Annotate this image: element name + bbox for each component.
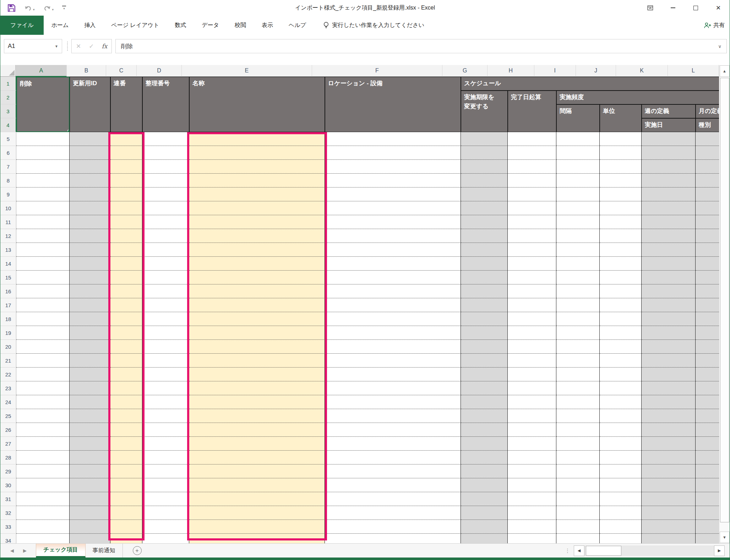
row-header-2[interactable]: 2 [0,91,16,104]
cell-G17[interactable] [461,298,508,312]
cell-A26[interactable] [16,423,70,437]
cell-J21[interactable] [600,354,642,368]
cell-K15[interactable] [642,271,696,284]
cell-D33[interactable] [142,520,189,534]
cell-I24[interactable] [556,395,600,409]
ribbon-tab-4[interactable]: 数式 [172,16,189,35]
cell-I14[interactable] [556,257,600,271]
cell-E17[interactable] [189,298,325,312]
cell-I9[interactable] [556,187,600,201]
cell-B21[interactable] [70,354,110,368]
customize-quick-access-button[interactable]: ▾ [62,6,66,10]
cell-C8[interactable] [110,174,142,187]
cell-I6[interactable] [556,146,600,160]
column-header-B[interactable]: B [67,65,106,77]
cell-H19[interactable] [508,326,556,340]
cell-I15[interactable] [556,271,600,284]
cell-J10[interactable] [600,201,642,215]
cell-G11[interactable] [461,215,508,229]
cell-J30[interactable] [600,478,642,492]
cell-D21[interactable] [142,354,189,368]
cell-J17[interactable] [600,298,642,312]
cell-I23[interactable] [556,381,600,395]
cell-C22[interactable] [110,368,142,381]
redo-dropdown-icon[interactable]: ▾ [52,8,54,11]
cell-A11[interactable] [16,215,70,229]
cell-G6[interactable] [461,146,508,160]
expand-formula-bar-icon[interactable]: ∨ [718,44,721,49]
cell-B24[interactable] [70,395,110,409]
cell-K34[interactable] [642,534,696,543]
cell-F26[interactable] [325,423,461,437]
column-header-G[interactable]: G [442,65,487,77]
next-sheet-icon[interactable]: ▶ [23,548,27,553]
cell-K24[interactable] [642,395,696,409]
cell-J23[interactable] [600,381,642,395]
cell-G5[interactable] [461,132,508,146]
cancel-entry-button[interactable]: ✕ [76,43,81,50]
cell-H32[interactable] [508,506,556,520]
cell-F23[interactable] [325,381,461,395]
row-header-17[interactable]: 17 [0,298,16,312]
tab-scrollbar-splitter[interactable]: ⋮ [565,544,570,558]
column-header-F[interactable]: F [312,65,443,77]
cell-K20[interactable] [642,340,696,354]
header-cell-E1[interactable]: 名称 [189,77,325,132]
header-cell-J3[interactable]: 単位 [600,104,642,132]
cell-C33[interactable] [110,520,142,534]
header-cell-G1[interactable]: スケジュール [461,77,719,91]
cell-D23[interactable] [142,381,189,395]
header-cell-G2[interactable]: 実施期限を 変更する [461,91,508,132]
insert-function-button[interactable]: fx [102,43,108,50]
horizontal-scroll-track[interactable] [584,545,714,556]
cell-J22[interactable] [600,368,642,381]
confirm-entry-button[interactable]: ✓ [89,43,94,50]
cell-J8[interactable] [600,174,642,187]
cell-D19[interactable] [142,326,189,340]
cell-G12[interactable] [461,229,508,243]
cell-K26[interactable] [642,423,696,437]
cell-B15[interactable] [70,271,110,284]
cell-K28[interactable] [642,451,696,464]
cell-D27[interactable] [142,437,189,451]
cell-J27[interactable] [600,437,642,451]
row-header-4[interactable]: 4 [0,118,16,132]
cell-C13[interactable] [110,243,142,257]
cell-K31[interactable] [642,492,696,506]
cell-G30[interactable] [461,478,508,492]
cell-E32[interactable] [189,506,325,520]
cell-K8[interactable] [642,174,696,187]
cell-E28[interactable] [189,451,325,464]
cell-G20[interactable] [461,340,508,354]
cell-L9[interactable] [696,187,719,201]
cell-H33[interactable] [508,520,556,534]
cell-B20[interactable] [70,340,110,354]
cell-C19[interactable] [110,326,142,340]
cell-D6[interactable] [142,146,189,160]
cell-K19[interactable] [642,326,696,340]
cell-C18[interactable] [110,312,142,326]
cell-K21[interactable] [642,354,696,368]
cell-I21[interactable] [556,354,600,368]
cell-B13[interactable] [70,243,110,257]
cell-C14[interactable] [110,257,142,271]
cell-G16[interactable] [461,284,508,298]
cell-C6[interactable] [110,146,142,160]
cell-L21[interactable] [696,354,719,368]
row-header-19[interactable]: 19 [0,326,16,340]
horizontal-scroll-thumb[interactable] [586,546,621,556]
cell-L16[interactable] [696,284,719,298]
cell-I22[interactable] [556,368,600,381]
cell-L17[interactable] [696,298,719,312]
cell-F34[interactable] [325,534,461,543]
name-box[interactable]: A1 ▼ [4,39,62,53]
cell-I10[interactable] [556,201,600,215]
cell-F24[interactable] [325,395,461,409]
cell-F16[interactable] [325,284,461,298]
cell-J28[interactable] [600,451,642,464]
ribbon-tab-1[interactable]: ホーム [49,16,72,35]
ribbon-display-options-button[interactable] [639,0,661,16]
cell-E13[interactable] [189,243,325,257]
cell-J12[interactable] [600,229,642,243]
cell-E25[interactable] [189,409,325,423]
